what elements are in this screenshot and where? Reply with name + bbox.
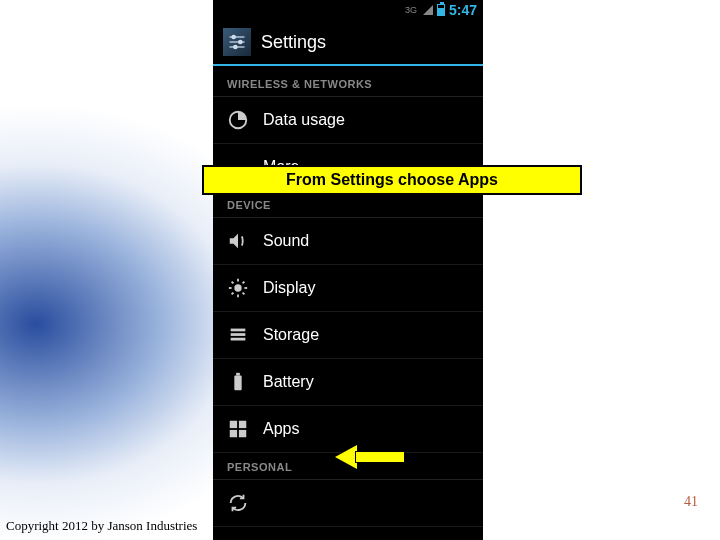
setting-label: Sound bbox=[263, 232, 309, 250]
svg-rect-22 bbox=[239, 421, 246, 428]
status-bar: 3G 5:47 bbox=[213, 0, 483, 20]
svg-rect-23 bbox=[230, 430, 237, 437]
battery-icon bbox=[437, 4, 445, 16]
callout-text: From Settings choose Apps bbox=[286, 171, 498, 189]
svg-point-5 bbox=[234, 45, 237, 48]
apps-icon bbox=[227, 418, 249, 440]
network-indicator: 3G bbox=[405, 5, 417, 15]
svg-rect-24 bbox=[239, 430, 246, 437]
svg-line-12 bbox=[232, 282, 234, 284]
header-divider bbox=[213, 64, 483, 66]
setting-item-accounts[interactable] bbox=[213, 480, 483, 527]
storage-icon bbox=[227, 324, 249, 346]
settings-sliders-icon bbox=[223, 28, 251, 56]
setting-item-display[interactable]: Display bbox=[213, 265, 483, 312]
setting-item-sound[interactable]: Sound bbox=[213, 218, 483, 265]
battery-icon bbox=[227, 371, 249, 393]
clock: 5:47 bbox=[449, 2, 477, 18]
svg-point-7 bbox=[234, 284, 241, 291]
svg-rect-20 bbox=[236, 373, 240, 376]
svg-rect-17 bbox=[231, 333, 246, 336]
setting-label: Display bbox=[263, 279, 315, 297]
svg-line-15 bbox=[243, 282, 245, 284]
page-title: Settings bbox=[261, 32, 326, 53]
setting-item-battery[interactable]: Battery bbox=[213, 359, 483, 406]
slide-number: 41 bbox=[684, 494, 698, 510]
svg-rect-18 bbox=[231, 338, 246, 341]
signal-icon bbox=[423, 5, 433, 15]
svg-point-3 bbox=[239, 40, 242, 43]
display-icon bbox=[227, 277, 249, 299]
setting-item-storage[interactable]: Storage bbox=[213, 312, 483, 359]
svg-point-1 bbox=[232, 35, 235, 38]
section-device: DEVICE bbox=[213, 191, 483, 218]
data-usage-icon bbox=[227, 109, 249, 131]
svg-rect-19 bbox=[234, 376, 241, 391]
svg-rect-16 bbox=[231, 329, 246, 332]
svg-line-13 bbox=[243, 293, 245, 295]
copyright-text: Copyright 2012 by Janson Industries bbox=[6, 518, 197, 534]
setting-label: Battery bbox=[263, 373, 314, 391]
setting-item-data-usage[interactable]: Data usage bbox=[213, 97, 483, 144]
callout-banner: From Settings choose Apps bbox=[202, 165, 582, 195]
sound-icon bbox=[227, 230, 249, 252]
svg-line-14 bbox=[232, 293, 234, 295]
svg-rect-21 bbox=[230, 421, 237, 428]
callout-arrow bbox=[335, 445, 405, 469]
setting-label: Apps bbox=[263, 420, 299, 438]
setting-label: Storage bbox=[263, 326, 319, 344]
setting-label: Data usage bbox=[263, 111, 345, 129]
sync-icon bbox=[227, 492, 249, 514]
section-wireless: WIRELESS & NETWORKS bbox=[213, 70, 483, 97]
settings-header: Settings bbox=[213, 20, 483, 64]
